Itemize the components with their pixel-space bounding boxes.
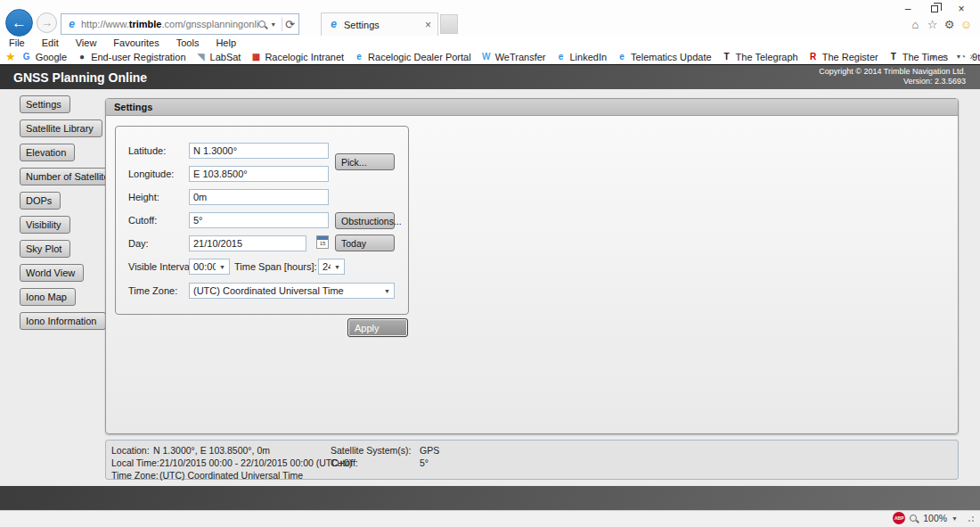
forward-button[interactable]: →: [37, 12, 57, 33]
cutoff-label: Cutoff:: [128, 212, 157, 229]
favorite-label: Telematics Update: [631, 52, 712, 62]
home-icon[interactable]: ⌂: [909, 18, 922, 32]
gear-icon[interactable]: ⚙: [943, 18, 956, 32]
site-favicon: e: [66, 19, 78, 30]
favorites-bar-item[interactable]: e LinkedIn: [556, 52, 608, 62]
visible-interval-select[interactable]: 00:00 ▼: [189, 259, 230, 275]
cutoff-row: Cutoff:: [128, 212, 157, 229]
menu-item[interactable]: View: [76, 37, 97, 48]
today-button[interactable]: Today: [335, 235, 395, 251]
latitude-label: Latitude:: [128, 143, 166, 160]
favorites-bar-item[interactable]: W WeTransfer: [481, 52, 546, 62]
copyright-block: Copyright © 2014 Trimble Navigation Ltd.…: [819, 67, 966, 86]
resize-grip[interactable]: [968, 514, 976, 523]
page-footer: [0, 486, 980, 511]
back-button[interactable]: ←: [5, 9, 33, 37]
sidebar-item-label: Elevation: [26, 147, 66, 158]
sidebar-item[interactable]: Iono Map: [20, 288, 76, 306]
time-zone-select[interactable]: (UTC) Coordinated Universal Time ▼: [189, 283, 395, 299]
longitude-input[interactable]: [189, 166, 329, 182]
favorites-bar-item[interactable]: e Racelogic Dealer Portal: [354, 52, 471, 62]
favorites-bar-item[interactable]: T The Telegraph: [722, 52, 798, 62]
menu-bar: FileEditViewFavouritesToolsHelp: [0, 36, 980, 49]
sidebar-item-label: Iono Information: [26, 316, 97, 326]
time-zone-row: Time Zone:: [128, 283, 177, 300]
feeds-home-icon[interactable]: ⌂: [941, 51, 947, 63]
settings-panel: Settings Latitude: Pick... Longitude: He…: [105, 98, 959, 434]
favorites-star-icon[interactable]: ☆: [926, 18, 939, 32]
menu-item[interactable]: Help: [216, 37, 236, 48]
favorite-site-icon: T: [722, 52, 732, 62]
favorites-bar-item[interactable]: ◥ LabSat: [196, 52, 241, 62]
sidebar-item[interactable]: DOPs: [20, 192, 61, 210]
day-input[interactable]: [189, 235, 306, 251]
favorite-label: Racelogic Intranet: [265, 52, 344, 62]
sidebar-item[interactable]: Elevation: [20, 144, 75, 161]
favorites-bar-item[interactable]: e Telematics Update: [617, 52, 712, 62]
apply-button[interactable]: Apply: [347, 318, 408, 337]
longitude-row: Longitude:: [128, 166, 174, 183]
restore-button[interactable]: [921, 2, 948, 17]
chevron-overflow-icon-2[interactable]: »: [969, 52, 975, 62]
favorite-site-icon: W: [481, 52, 492, 62]
visible-interval-label: Visible Interval:: [128, 259, 194, 276]
zoom-caret-icon[interactable]: ▼: [951, 515, 958, 522]
favorites-bar-item[interactable]: ● End-user Registration: [77, 52, 185, 62]
favorite-site-icon: e: [556, 52, 567, 62]
menu-item[interactable]: File: [9, 37, 25, 48]
menu-item[interactable]: Favourites: [113, 37, 159, 48]
sidebar-item[interactable]: Satellite Library: [20, 119, 102, 137]
chevron-overflow-icon[interactable]: »: [931, 52, 936, 62]
tab-settings[interactable]: e Settings ×: [321, 12, 438, 36]
refresh-icon[interactable]: ⟳: [285, 18, 295, 31]
search-dropdown-icon[interactable]: ▼: [270, 21, 276, 28]
favorites-bar-item[interactable]: G Google: [21, 52, 67, 62]
zoom-icon: [910, 515, 917, 522]
divider: [282, 17, 282, 31]
adblock-icon[interactable]: ABP: [893, 512, 905, 524]
chevron-down-icon: ▼: [380, 288, 394, 294]
cutoff-input[interactable]: [189, 212, 329, 228]
summary-cutoff-value: 5°: [420, 457, 429, 468]
favorites-bar-item[interactable]: ▦ Racelogic Intranet: [250, 52, 344, 62]
sidebar-item[interactable]: Visibility: [20, 216, 70, 234]
summary-time-zone-value: (UTC) Coordinated Universal Time: [159, 470, 303, 481]
close-button[interactable]: ×: [948, 2, 975, 17]
feedback-smiley-icon[interactable]: ☺: [960, 18, 973, 32]
longitude-label: Longitude:: [128, 166, 174, 183]
visible-interval-value: 00:00: [190, 261, 216, 272]
favorite-label: The Telegraph: [736, 52, 798, 62]
settings-fieldset: Latitude: Pick... Longitude: Height: Cut…: [115, 126, 409, 315]
address-bar[interactable]: e http://www.trimble.com/gnssplanningonl…: [61, 13, 299, 35]
pick-button[interactable]: Pick...: [335, 153, 395, 170]
time-span-select[interactable]: 24 ▼: [318, 259, 345, 275]
sidebar-item-label: Visibility: [26, 219, 61, 230]
sidebar-item[interactable]: World View: [20, 264, 84, 282]
obstructions-button[interactable]: Obstructions...: [335, 212, 395, 229]
new-tab-button[interactable]: [440, 14, 458, 34]
favorites-bar-item[interactable]: R The Register: [808, 52, 878, 62]
menu-item[interactable]: Tools: [176, 37, 200, 48]
favorite-label: LabSat: [210, 52, 241, 62]
feeds-caret-icon[interactable]: ▼: [956, 54, 962, 60]
satellite-systems-label: Satellite System(s):: [331, 445, 411, 456]
search-icon[interactable]: [258, 21, 265, 28]
page-header: GNSS Planning Online Copyright © 2014 Tr…: [0, 64, 980, 89]
restore-icon: [931, 5, 938, 12]
minimize-button[interactable]: –: [894, 2, 921, 17]
calendar-icon[interactable]: 15: [316, 235, 329, 249]
latitude-input[interactable]: [189, 143, 329, 159]
favorite-label: WeTransfer: [495, 52, 546, 62]
sidebar-item-label: Sky Plot: [26, 243, 61, 254]
height-input[interactable]: [189, 189, 329, 205]
sidebar-item[interactable]: Iono Information: [20, 312, 106, 330]
height-label: Height:: [128, 189, 159, 206]
tab-close-icon[interactable]: ×: [419, 19, 437, 31]
menu-item[interactable]: Edit: [42, 37, 59, 48]
version-text: Version: 2.3.5693: [819, 77, 966, 86]
sidebar-item[interactable]: Sky Plot: [20, 240, 70, 258]
sidebar-item[interactable]: Settings: [20, 95, 70, 113]
url-text[interactable]: http://www.trimble.com/gnssplanningonlin…: [81, 19, 258, 29]
add-favorite-star-icon[interactable]: ★: [5, 50, 16, 63]
zoom-level[interactable]: 100%: [923, 513, 947, 523]
